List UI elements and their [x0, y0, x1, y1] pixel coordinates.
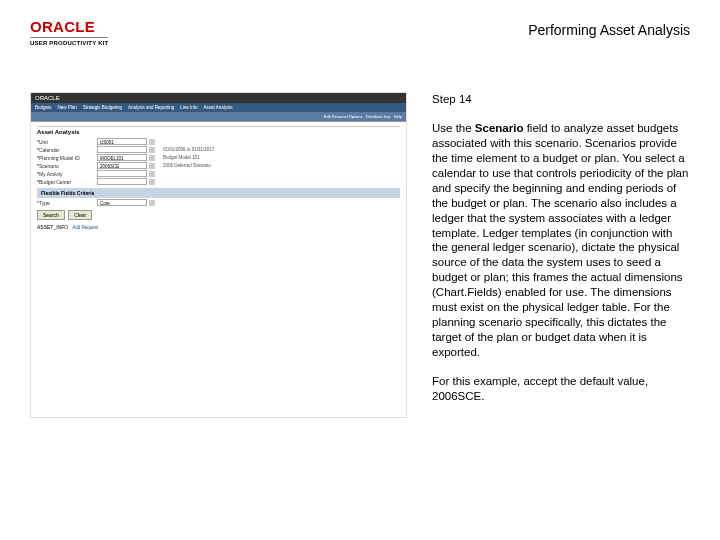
app-subnav: Edit Personal Options Distribute Imp Hel… [31, 112, 406, 122]
subnav-item: Help [394, 114, 402, 119]
scenario-bold: Scenario [475, 122, 524, 134]
field-label: *Type [37, 200, 97, 206]
app-topbar: ORACLE [31, 93, 406, 103]
type-input[interactable]: Core [97, 199, 147, 206]
nav-item: Budgets [35, 105, 52, 110]
bottom-label: ASSET_INFO [37, 224, 68, 230]
budget-center-input[interactable] [97, 178, 147, 185]
form-panel: Asset Analysis UnitUS001 Calendar01/01/2… [31, 122, 406, 235]
model-input[interactable]: MODEL101 [97, 154, 147, 161]
lookup-icon[interactable] [149, 171, 155, 177]
field-label: My Activity [37, 171, 97, 177]
nav-item: Strategic Budgeting [83, 105, 122, 110]
text: field to analyze asset budgets associate… [432, 122, 688, 358]
unit-input[interactable]: US001 [97, 138, 147, 145]
lookup-icon[interactable] [149, 155, 155, 161]
nav-item: New Plan [58, 105, 77, 110]
lookup-icon[interactable] [149, 179, 155, 185]
brand-logo-block: ORACLE USER PRODUCTIVITY KIT [30, 18, 108, 46]
search-button[interactable]: Search [37, 210, 65, 220]
scenario-input[interactable]: 2006SCE [97, 162, 147, 169]
add-request-link[interactable]: Add Request [72, 225, 98, 230]
field-label: Planning Model ID [37, 155, 97, 161]
field-desc: 01/01/2006 to 01/31/2017 [163, 147, 214, 152]
lookup-icon[interactable] [149, 147, 155, 153]
field-desc: 2006 Deferred Scenario [163, 163, 211, 168]
panel-title: Asset Analysis [37, 126, 400, 135]
clear-button[interactable]: Clear [68, 210, 92, 220]
field-label: Budget Center [37, 179, 97, 185]
nav-item: Analysis and Reporting [128, 105, 174, 110]
oracle-logo: ORACLE [30, 18, 108, 35]
lookup-icon[interactable] [149, 200, 155, 206]
activity-input[interactable] [97, 170, 147, 177]
app-navbar: Budgets New Plan Strategic Budgeting Ana… [31, 103, 406, 112]
subnav-item: Edit Personal Options [324, 114, 363, 119]
field-desc: Budget Model 101 [163, 155, 200, 160]
nav-item: Line Info [180, 105, 197, 110]
page-title: Performing Asset Analysis [528, 18, 690, 38]
subnav-item: Distribute Imp [366, 114, 391, 119]
field-label: Scenario [37, 163, 97, 169]
nav-item: Asset Analysis [204, 105, 233, 110]
field-label: Calendar [37, 147, 97, 153]
instruction-panel: Step 14 Use the Scenario field to analyz… [432, 92, 690, 418]
step-number: Step 14 [432, 92, 690, 107]
field-label: Unit [37, 139, 97, 145]
embedded-screenshot: ORACLE Budgets New Plan Strategic Budget… [30, 92, 407, 418]
instruction-paragraph-2: For this example, accept the default val… [432, 374, 690, 404]
lookup-icon[interactable] [149, 139, 155, 145]
upk-label: USER PRODUCTIVITY KIT [30, 37, 108, 46]
instruction-paragraph-1: Use the Scenario field to analyze asset … [432, 121, 690, 360]
section-bar: Flexible Fields Criteria [37, 188, 400, 198]
lookup-icon[interactable] [149, 163, 155, 169]
calendar-input[interactable] [97, 146, 147, 153]
text: Use the [432, 122, 475, 134]
